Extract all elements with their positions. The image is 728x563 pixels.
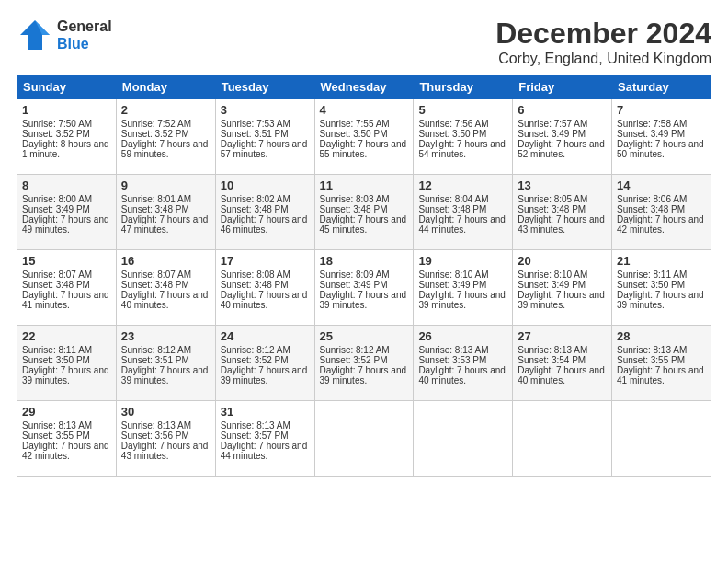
day-number: 30 [121,405,210,419]
day-number: 28 [617,329,706,343]
day-cell-13: 13Sunrise: 8:05 AMSunset: 3:48 PMDayligh… [513,175,612,250]
daylight-text: Daylight: 7 hours and 39 minutes. [121,365,209,385]
day-cell-29: 29Sunrise: 8:13 AMSunset: 3:55 PMDayligh… [17,401,117,477]
subtitle: Corby, England, United Kingdom [495,51,711,67]
day-number: 27 [518,329,607,343]
header: GeneralBlue December 2024 Corby, England… [17,17,711,67]
title-block: December 2024 Corby, England, United Kin… [495,17,711,67]
week-row-4: 22Sunrise: 8:11 AMSunset: 3:50 PMDayligh… [17,326,711,401]
sunrise-text: Sunrise: 7:57 AM [518,119,587,129]
logo-text: GeneralBlue [57,17,112,52]
week-row-3: 15Sunrise: 8:07 AMSunset: 3:48 PMDayligh… [17,250,711,326]
empty-cell [314,401,414,477]
sunrise-text: Sunrise: 7:52 AM [121,119,191,129]
sunset-text: Sunset: 3:48 PM [518,204,586,214]
daylight-text: Daylight: 7 hours and 39 minutes. [518,290,605,310]
day-cell-16: 16Sunrise: 8:07 AMSunset: 3:48 PMDayligh… [116,250,215,326]
sunrise-text: Sunrise: 8:11 AM [22,345,92,355]
sunrise-text: Sunrise: 8:09 AM [320,270,390,280]
sunrise-text: Sunrise: 8:13 AM [418,345,488,355]
day-cell-2: 2Sunrise: 7:52 AMSunset: 3:52 PMDaylight… [116,99,215,175]
sunset-text: Sunset: 3:54 PM [518,355,586,365]
day-number: 23 [121,329,210,343]
sunset-text: Sunset: 3:50 PM [22,355,90,365]
sunset-text: Sunset: 3:49 PM [22,204,90,214]
day-cell-7: 7Sunrise: 7:58 AMSunset: 3:49 PMDaylight… [612,99,711,175]
sunrise-text: Sunrise: 7:56 AM [418,119,488,129]
empty-cell [513,401,612,477]
daylight-text: Daylight: 7 hours and 46 minutes. [221,214,308,235]
daylight-text: Daylight: 7 hours and 39 minutes. [320,290,407,310]
day-cell-17: 17Sunrise: 8:08 AMSunset: 3:48 PMDayligh… [215,250,314,326]
sunset-text: Sunset: 3:55 PM [617,355,685,365]
day-cell-24: 24Sunrise: 8:12 AMSunset: 3:52 PMDayligh… [215,326,314,401]
daylight-text: Daylight: 7 hours and 39 minutes. [22,365,109,385]
weekday-header-thursday: Thursday [414,75,513,99]
sunset-text: Sunset: 3:49 PM [320,280,388,290]
sunset-text: Sunset: 3:49 PM [518,280,586,290]
day-number: 29 [22,405,111,419]
day-number: 14 [617,178,706,192]
sunset-text: Sunset: 3:56 PM [121,431,189,441]
sunrise-text: Sunrise: 8:04 AM [418,194,488,204]
daylight-text: Daylight: 7 hours and 57 minutes. [221,139,308,159]
daylight-text: Daylight: 7 hours and 41 minutes. [22,290,109,310]
sunset-text: Sunset: 3:48 PM [221,280,289,290]
day-cell-11: 11Sunrise: 8:03 AMSunset: 3:48 PMDayligh… [314,175,414,250]
sunset-text: Sunset: 3:48 PM [418,204,486,214]
day-number: 18 [320,254,409,268]
logo: GeneralBlue [17,17,112,53]
day-number: 13 [518,178,607,192]
weekday-header-row: SundayMondayTuesdayWednesdayThursdayFrid… [17,75,711,99]
day-cell-30: 30Sunrise: 8:13 AMSunset: 3:56 PMDayligh… [116,401,215,477]
day-number: 20 [518,254,607,268]
daylight-text: Daylight: 7 hours and 43 minutes. [121,441,209,461]
day-number: 24 [221,329,310,343]
daylight-text: Daylight: 7 hours and 39 minutes. [320,365,407,385]
day-cell-10: 10Sunrise: 8:02 AMSunset: 3:48 PMDayligh… [215,175,314,250]
daylight-text: Daylight: 7 hours and 50 minutes. [617,139,704,159]
sunrise-text: Sunrise: 8:03 AM [320,194,390,204]
sunrise-text: Sunrise: 8:07 AM [22,270,92,280]
sunrise-text: Sunrise: 8:12 AM [121,345,191,355]
page: GeneralBlue December 2024 Corby, England… [0,0,728,563]
day-cell-22: 22Sunrise: 8:11 AMSunset: 3:50 PMDayligh… [17,326,117,401]
day-cell-18: 18Sunrise: 8:09 AMSunset: 3:49 PMDayligh… [314,250,414,326]
calendar: SundayMondayTuesdayWednesdayThursdayFrid… [17,75,711,477]
sunset-text: Sunset: 3:50 PM [418,129,486,139]
daylight-text: Daylight: 7 hours and 59 minutes. [121,139,209,159]
sunrise-text: Sunrise: 8:13 AM [518,345,587,355]
day-number: 22 [22,329,111,343]
day-number: 4 [320,103,409,117]
day-number: 7 [617,103,706,117]
sunset-text: Sunset: 3:49 PM [418,280,486,290]
day-cell-9: 9Sunrise: 8:01 AMSunset: 3:48 PMDaylight… [116,175,215,250]
sunset-text: Sunset: 3:52 PM [221,355,289,365]
daylight-text: Daylight: 7 hours and 40 minutes. [221,290,308,310]
day-number: 16 [121,254,210,268]
sunset-text: Sunset: 3:49 PM [518,129,586,139]
day-number: 26 [418,329,507,343]
daylight-text: Daylight: 7 hours and 47 minutes. [121,214,209,235]
day-cell-1: 1Sunrise: 7:50 AMSunset: 3:52 PMDaylight… [17,99,117,175]
daylight-text: Daylight: 7 hours and 52 minutes. [518,139,605,159]
sunset-text: Sunset: 3:51 PM [221,129,289,139]
sunrise-text: Sunrise: 8:13 AM [121,420,191,431]
day-number: 15 [22,254,111,268]
sunrise-text: Sunrise: 8:00 AM [22,194,92,204]
sunrise-text: Sunrise: 7:50 AM [22,119,92,129]
sunrise-text: Sunrise: 8:02 AM [221,194,290,204]
empty-cell [612,401,711,477]
daylight-text: Daylight: 7 hours and 44 minutes. [418,214,506,235]
day-number: 9 [121,178,210,192]
sunset-text: Sunset: 3:55 PM [22,431,90,441]
day-number: 17 [221,254,310,268]
weekday-header-monday: Monday [116,75,215,99]
sunrise-text: Sunrise: 8:01 AM [121,194,191,204]
day-number: 6 [518,103,607,117]
week-row-2: 8Sunrise: 8:00 AMSunset: 3:49 PMDaylight… [17,175,711,250]
day-cell-23: 23Sunrise: 8:12 AMSunset: 3:51 PMDayligh… [116,326,215,401]
day-number: 2 [121,103,210,117]
sunrise-text: Sunrise: 8:10 AM [418,270,488,280]
daylight-text: Daylight: 7 hours and 42 minutes. [22,441,109,461]
